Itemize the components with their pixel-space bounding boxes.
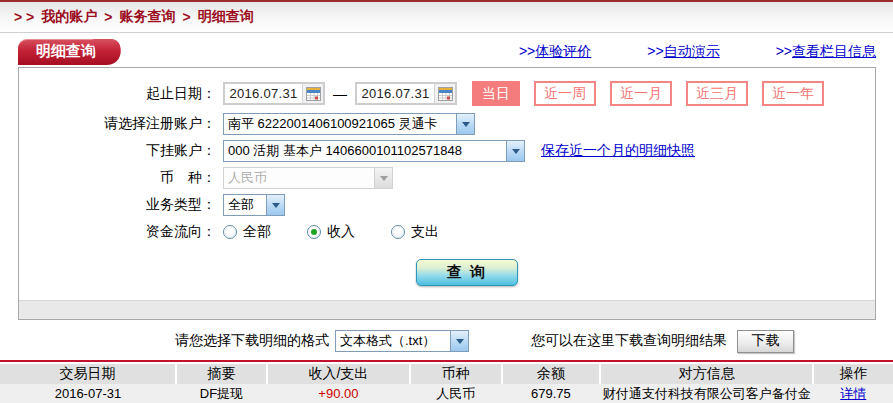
flow-radio-all[interactable]: 全部 bbox=[223, 223, 271, 241]
col-header-summary: 摘要 bbox=[176, 364, 267, 384]
quick-range-buttons: 当日 近一周 近一月 近三月 近一年 bbox=[472, 81, 824, 106]
breadcrumb-item-detail-query[interactable]: 明细查询 bbox=[198, 8, 254, 26]
col-header-action: 操作 bbox=[813, 364, 893, 384]
query-button[interactable]: 查 询 bbox=[416, 259, 518, 286]
calendar-icon[interactable] bbox=[302, 84, 323, 103]
link-auto-demo[interactable]: >>自动演示 bbox=[647, 43, 719, 61]
col-header-counterparty: 对方信息 bbox=[600, 364, 813, 384]
flow-radio-income-label: 收入 bbox=[327, 223, 355, 241]
cell-summary: DF提现 bbox=[176, 384, 267, 403]
biz-type-row: 业务类型： 全部 bbox=[19, 193, 875, 217]
breadcrumb-prefix: > > bbox=[14, 9, 34, 25]
chevron-down-icon bbox=[450, 331, 468, 351]
quick-range-week-button[interactable]: 近一周 bbox=[534, 81, 596, 106]
cell-balance: 679.75 bbox=[502, 384, 600, 403]
breadcrumb: > > 我的账户 > 账务查询 > 明细查询 bbox=[0, 2, 893, 33]
date-range-dash: — bbox=[333, 86, 347, 102]
date-range-row: 起止日期： 2016.07.31 bbox=[19, 81, 875, 106]
link-prefix: >> bbox=[776, 43, 792, 59]
breadcrumb-item-my-account[interactable]: 我的账户 bbox=[41, 8, 97, 26]
sub-account-value: 000 活期 基本户 1406600101102571848 bbox=[224, 142, 506, 160]
cell-counterparty: 财付通支付科技有限公司客户备付金 bbox=[600, 384, 813, 403]
register-account-label: 请选择注册账户： bbox=[19, 115, 216, 133]
breadcrumb-separator: > bbox=[104, 9, 112, 25]
tab-detail-query[interactable]: 明细查询 bbox=[18, 39, 106, 65]
flow-radio-expense-label: 支出 bbox=[411, 223, 439, 241]
cell-currency: 人民币 bbox=[410, 384, 502, 403]
download-button[interactable]: 下载 bbox=[737, 330, 794, 353]
link-view-column-info[interactable]: >>查看栏目信息 bbox=[776, 43, 876, 61]
register-account-select[interactable]: 南平 6222001406100921065 灵通卡 bbox=[223, 113, 475, 135]
cell-date: 2016-07-31 bbox=[0, 384, 176, 403]
flow-direction-row: 资金流向： 全部 收入 支出 bbox=[19, 220, 875, 244]
date-from-input[interactable]: 2016.07.31 bbox=[223, 82, 325, 105]
breadcrumb-item-account-query[interactable]: 账务查询 bbox=[119, 8, 175, 26]
register-account-row: 请选择注册账户： 南平 6222001406100921065 灵通卡 bbox=[19, 112, 875, 136]
query-form-panel: 起止日期： 2016.07.31 bbox=[18, 67, 876, 320]
biz-type-select[interactable]: 全部 bbox=[223, 194, 285, 216]
detail-link[interactable]: 详情 bbox=[840, 386, 866, 401]
quick-range-month-button[interactable]: 近一月 bbox=[610, 81, 672, 106]
save-snapshot-link[interactable]: 保存近一个月的明细快照 bbox=[541, 142, 695, 160]
currency-row: 币 种： 人民币 bbox=[19, 166, 875, 190]
link-prefix: >> bbox=[519, 43, 535, 59]
result-divider bbox=[0, 360, 893, 362]
link-label: 体验评价 bbox=[535, 43, 591, 59]
table-row: 2016-07-31 DF提现 +90.00 人民币 679.75 财付通支付科… bbox=[0, 384, 893, 403]
radio-icon bbox=[391, 225, 405, 239]
currency-select: 人民币 bbox=[223, 167, 393, 189]
biz-type-label: 业务类型： bbox=[19, 196, 216, 214]
currency-label: 币 种： bbox=[19, 169, 216, 187]
sub-account-row: 下挂账户： 000 活期 基本户 1406600101102571848 保存近… bbox=[19, 139, 875, 163]
sub-account-label: 下挂账户： bbox=[19, 142, 216, 160]
flow-radio-expense[interactable]: 支出 bbox=[391, 223, 439, 241]
link-prefix: >> bbox=[647, 43, 663, 59]
quick-range-today-button[interactable]: 当日 bbox=[472, 81, 520, 106]
radio-icon bbox=[223, 225, 237, 239]
result-table: 交易日期 摘要 收入/支出 币种 余额 对方信息 操作 2016-07-31 D… bbox=[0, 364, 893, 403]
chevron-down-icon bbox=[374, 168, 392, 188]
chevron-down-icon bbox=[456, 114, 474, 134]
date-from-value: 2016.07.31 bbox=[225, 86, 302, 101]
download-format-select[interactable]: 文本格式（.txt） bbox=[335, 330, 469, 352]
link-label: 自动演示 bbox=[664, 43, 720, 59]
link-experience-evaluation[interactable]: >>体验评价 bbox=[519, 43, 591, 61]
sub-account-select[interactable]: 000 活期 基本户 1406600101102571848 bbox=[223, 140, 525, 162]
date-to-input[interactable]: 2016.07.31 bbox=[355, 82, 457, 105]
currency-value: 人民币 bbox=[224, 169, 374, 187]
col-header-balance: 余额 bbox=[502, 364, 600, 384]
tab-title: 明细查询 bbox=[36, 42, 96, 61]
date-range-label: 起止日期： bbox=[19, 85, 216, 103]
header-links: >>体验评价 >>自动演示 >>查看栏目信息 bbox=[519, 43, 876, 61]
cell-amount: +90.00 bbox=[267, 384, 410, 403]
table-header-row: 交易日期 摘要 收入/支出 币种 余额 对方信息 操作 bbox=[0, 364, 893, 384]
chevron-down-icon bbox=[266, 195, 284, 215]
col-header-amount: 收入/支出 bbox=[267, 364, 410, 384]
flow-radio-all-label: 全部 bbox=[243, 223, 271, 241]
quick-range-year-button[interactable]: 近一年 bbox=[762, 81, 824, 106]
flow-radio-income[interactable]: 收入 bbox=[307, 223, 355, 241]
download-format-value: 文本格式（.txt） bbox=[336, 332, 450, 350]
radio-checked-icon bbox=[307, 225, 321, 239]
register-account-value: 南平 6222001406100921065 灵通卡 bbox=[224, 115, 456, 133]
link-label: 查看栏目信息 bbox=[792, 43, 876, 59]
panel-footer-strip bbox=[19, 300, 875, 319]
calendar-icon[interactable] bbox=[434, 84, 455, 103]
section-header: 明细查询 >>体验评价 >>自动演示 >>查看栏目信息 bbox=[18, 39, 876, 65]
quick-range-quarter-button[interactable]: 近三月 bbox=[686, 81, 748, 106]
col-header-date: 交易日期 bbox=[0, 364, 176, 384]
cell-action: 详情 bbox=[813, 384, 893, 403]
chevron-down-icon bbox=[506, 141, 524, 161]
download-row: 请您选择下载明细的格式 文本格式（.txt） 您可以在这里下载查询明细结果 下载 bbox=[0, 329, 893, 353]
flow-direction-label: 资金流向： bbox=[19, 223, 216, 241]
biz-type-value: 全部 bbox=[224, 196, 266, 214]
download-hint: 您可以在这里下载查询明细结果 bbox=[531, 332, 727, 350]
query-button-row: 查 询 bbox=[19, 259, 875, 286]
date-to-value: 2016.07.31 bbox=[357, 86, 434, 101]
breadcrumb-separator: > bbox=[182, 9, 190, 25]
col-header-currency: 币种 bbox=[410, 364, 502, 384]
download-format-label: 请您选择下载明细的格式 bbox=[175, 332, 329, 350]
